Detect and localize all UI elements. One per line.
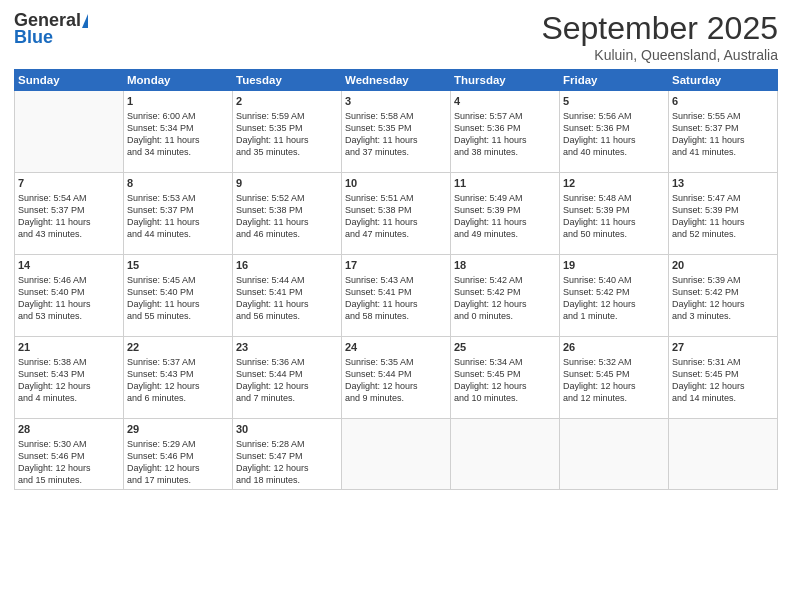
calendar-cell: 23Sunrise: 5:36 AMSunset: 5:44 PMDayligh… bbox=[233, 337, 342, 419]
day-number: 29 bbox=[127, 422, 229, 437]
calendar-cell: 16Sunrise: 5:44 AMSunset: 5:41 PMDayligh… bbox=[233, 255, 342, 337]
calendar-cell: 1Sunrise: 6:00 AMSunset: 5:34 PMDaylight… bbox=[124, 91, 233, 173]
calendar-cell: 26Sunrise: 5:32 AMSunset: 5:45 PMDayligh… bbox=[560, 337, 669, 419]
day-number: 23 bbox=[236, 340, 338, 355]
logo-blue: Blue bbox=[14, 27, 53, 48]
calendar-cell: 14Sunrise: 5:46 AMSunset: 5:40 PMDayligh… bbox=[15, 255, 124, 337]
calendar-cell bbox=[560, 419, 669, 490]
day-number: 24 bbox=[345, 340, 447, 355]
day-number: 17 bbox=[345, 258, 447, 273]
day-number: 11 bbox=[454, 176, 556, 191]
weekday-header-friday: Friday bbox=[560, 70, 669, 91]
calendar-cell: 22Sunrise: 5:37 AMSunset: 5:43 PMDayligh… bbox=[124, 337, 233, 419]
day-number: 25 bbox=[454, 340, 556, 355]
weekday-header-tuesday: Tuesday bbox=[233, 70, 342, 91]
day-number: 16 bbox=[236, 258, 338, 273]
weekday-header-thursday: Thursday bbox=[451, 70, 560, 91]
calendar-cell: 19Sunrise: 5:40 AMSunset: 5:42 PMDayligh… bbox=[560, 255, 669, 337]
day-number: 20 bbox=[672, 258, 774, 273]
calendar-cell: 11Sunrise: 5:49 AMSunset: 5:39 PMDayligh… bbox=[451, 173, 560, 255]
calendar-cell: 6Sunrise: 5:55 AMSunset: 5:37 PMDaylight… bbox=[669, 91, 778, 173]
calendar-week-1: 1Sunrise: 6:00 AMSunset: 5:34 PMDaylight… bbox=[15, 91, 778, 173]
day-number: 1 bbox=[127, 94, 229, 109]
day-number: 26 bbox=[563, 340, 665, 355]
month-title: September 2025 bbox=[541, 10, 778, 47]
calendar-cell: 17Sunrise: 5:43 AMSunset: 5:41 PMDayligh… bbox=[342, 255, 451, 337]
calendar-cell: 30Sunrise: 5:28 AMSunset: 5:47 PMDayligh… bbox=[233, 419, 342, 490]
calendar-cell: 15Sunrise: 5:45 AMSunset: 5:40 PMDayligh… bbox=[124, 255, 233, 337]
day-number: 13 bbox=[672, 176, 774, 191]
calendar-cell: 8Sunrise: 5:53 AMSunset: 5:37 PMDaylight… bbox=[124, 173, 233, 255]
calendar-cell: 7Sunrise: 5:54 AMSunset: 5:37 PMDaylight… bbox=[15, 173, 124, 255]
calendar-cell: 24Sunrise: 5:35 AMSunset: 5:44 PMDayligh… bbox=[342, 337, 451, 419]
calendar-cell: 5Sunrise: 5:56 AMSunset: 5:36 PMDaylight… bbox=[560, 91, 669, 173]
day-number: 22 bbox=[127, 340, 229, 355]
calendar-cell: 3Sunrise: 5:58 AMSunset: 5:35 PMDaylight… bbox=[342, 91, 451, 173]
day-number: 9 bbox=[236, 176, 338, 191]
weekday-header-saturday: Saturday bbox=[669, 70, 778, 91]
day-number: 5 bbox=[563, 94, 665, 109]
day-number: 30 bbox=[236, 422, 338, 437]
day-number: 10 bbox=[345, 176, 447, 191]
day-number: 21 bbox=[18, 340, 120, 355]
calendar-cell: 13Sunrise: 5:47 AMSunset: 5:39 PMDayligh… bbox=[669, 173, 778, 255]
day-number: 15 bbox=[127, 258, 229, 273]
calendar-page: General Blue September 2025 Kuluin, Quee… bbox=[0, 0, 792, 612]
calendar-week-2: 7Sunrise: 5:54 AMSunset: 5:37 PMDaylight… bbox=[15, 173, 778, 255]
title-block: September 2025 Kuluin, Queensland, Austr… bbox=[541, 10, 778, 63]
calendar-cell: 9Sunrise: 5:52 AMSunset: 5:38 PMDaylight… bbox=[233, 173, 342, 255]
calendar-cell bbox=[15, 91, 124, 173]
header: General Blue September 2025 Kuluin, Quee… bbox=[14, 10, 778, 63]
calendar-cell: 25Sunrise: 5:34 AMSunset: 5:45 PMDayligh… bbox=[451, 337, 560, 419]
day-number: 12 bbox=[563, 176, 665, 191]
calendar-table: SundayMondayTuesdayWednesdayThursdayFrid… bbox=[14, 69, 778, 490]
calendar-cell: 10Sunrise: 5:51 AMSunset: 5:38 PMDayligh… bbox=[342, 173, 451, 255]
day-number: 4 bbox=[454, 94, 556, 109]
calendar-cell: 29Sunrise: 5:29 AMSunset: 5:46 PMDayligh… bbox=[124, 419, 233, 490]
day-number: 18 bbox=[454, 258, 556, 273]
calendar-cell: 28Sunrise: 5:30 AMSunset: 5:46 PMDayligh… bbox=[15, 419, 124, 490]
day-number: 14 bbox=[18, 258, 120, 273]
calendar-cell bbox=[669, 419, 778, 490]
logo: General Blue bbox=[14, 10, 88, 48]
day-number: 6 bbox=[672, 94, 774, 109]
day-number: 7 bbox=[18, 176, 120, 191]
day-number: 28 bbox=[18, 422, 120, 437]
weekday-header-wednesday: Wednesday bbox=[342, 70, 451, 91]
calendar-week-5: 28Sunrise: 5:30 AMSunset: 5:46 PMDayligh… bbox=[15, 419, 778, 490]
calendar-cell: 4Sunrise: 5:57 AMSunset: 5:36 PMDaylight… bbox=[451, 91, 560, 173]
location-title: Kuluin, Queensland, Australia bbox=[541, 47, 778, 63]
weekday-header-sunday: Sunday bbox=[15, 70, 124, 91]
day-number: 2 bbox=[236, 94, 338, 109]
day-number: 3 bbox=[345, 94, 447, 109]
logo-triangle-icon bbox=[82, 14, 88, 28]
weekday-header-monday: Monday bbox=[124, 70, 233, 91]
day-number: 27 bbox=[672, 340, 774, 355]
calendar-cell: 18Sunrise: 5:42 AMSunset: 5:42 PMDayligh… bbox=[451, 255, 560, 337]
calendar-cell: 20Sunrise: 5:39 AMSunset: 5:42 PMDayligh… bbox=[669, 255, 778, 337]
calendar-cell bbox=[451, 419, 560, 490]
calendar-week-4: 21Sunrise: 5:38 AMSunset: 5:43 PMDayligh… bbox=[15, 337, 778, 419]
day-number: 19 bbox=[563, 258, 665, 273]
calendar-cell: 12Sunrise: 5:48 AMSunset: 5:39 PMDayligh… bbox=[560, 173, 669, 255]
calendar-cell bbox=[342, 419, 451, 490]
calendar-week-3: 14Sunrise: 5:46 AMSunset: 5:40 PMDayligh… bbox=[15, 255, 778, 337]
weekday-header-row: SundayMondayTuesdayWednesdayThursdayFrid… bbox=[15, 70, 778, 91]
calendar-cell: 21Sunrise: 5:38 AMSunset: 5:43 PMDayligh… bbox=[15, 337, 124, 419]
calendar-cell: 27Sunrise: 5:31 AMSunset: 5:45 PMDayligh… bbox=[669, 337, 778, 419]
day-number: 8 bbox=[127, 176, 229, 191]
calendar-cell: 2Sunrise: 5:59 AMSunset: 5:35 PMDaylight… bbox=[233, 91, 342, 173]
